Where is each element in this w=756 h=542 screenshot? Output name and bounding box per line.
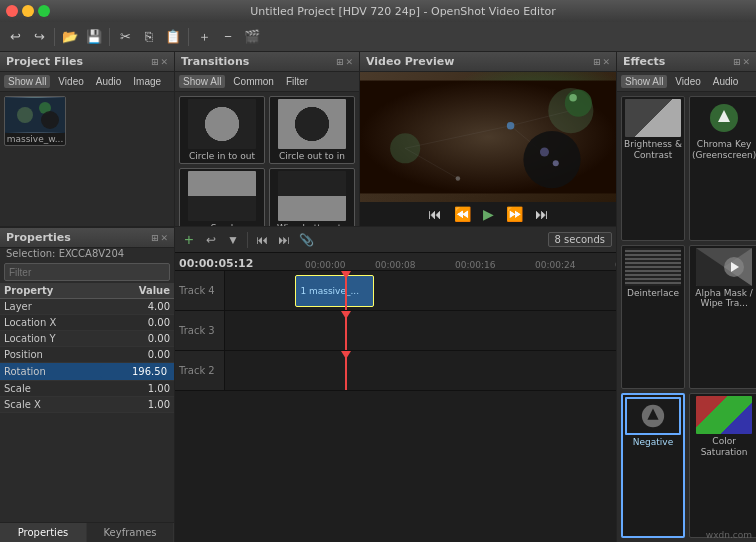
middle-column: Transitions ⊞ ✕ Show All Common Filter C… [175,52,616,542]
playhead-2 [345,351,347,390]
vc-play-btn[interactable]: ▶ [479,204,498,224]
tr-filter-all[interactable]: Show All [179,75,225,88]
window-controls[interactable] [6,5,50,17]
selection-label: Selection: EXCCA8V204 [0,248,174,261]
prop-value-layer: 4.00 [100,301,170,312]
pf-filter-image[interactable]: Image [129,75,165,88]
effects-icon-2[interactable]: ✕ [742,57,750,67]
project-files-icon-2[interactable]: ✕ [160,57,168,67]
eff-filter-audio[interactable]: Audio [709,75,743,88]
maximize-button[interactable] [38,5,50,17]
project-files-icon-1[interactable]: ⊞ [151,57,159,67]
pf-filter-all[interactable]: Show All [4,75,50,88]
tl-filter-btn[interactable]: ▼ [223,230,243,250]
eff-img-deinterlace [625,248,681,286]
main-toolbar: ↩ ↪ 📂 💾 ✂ ⎘ 📋 ＋ − 🎬 [0,22,756,52]
toolbar-copy[interactable]: ⎘ [138,26,160,48]
tr-filter-common[interactable]: Common [229,75,278,88]
track-label-4: Track 4 [175,271,225,310]
transition-wipe-bottom[interactable]: Wipe bottom to top [269,168,355,226]
project-files-grid: massive_w... [0,92,174,150]
effect-brightness[interactable]: Brightness & Contrast [621,96,685,241]
toolbar-render[interactable]: 🎬 [241,26,263,48]
vc-fwd-btn[interactable]: ⏩ [502,204,527,224]
eff-filter-video[interactable]: Video [671,75,704,88]
tl-add-track-btn[interactable]: + [179,230,199,250]
video-controls: ⏮ ⏪ ▶ ⏩ ⏭ [360,202,616,226]
vc-rewind-btn[interactable]: ⏪ [450,204,475,224]
track-content-2 [225,351,616,390]
vc-prev-btn[interactable]: ⏮ [424,204,446,224]
toolbar-sep-2 [109,28,110,46]
transitions-icon-2[interactable]: ✕ [345,57,353,67]
video-preview-icon-1[interactable]: ⊞ [593,57,601,67]
prop-row-scalex: Scale X 1.00 [0,397,174,413]
tl-end-btn[interactable]: ⏭ [274,230,294,250]
eff-filter-all[interactable]: Show All [621,75,667,88]
svg-point-1 [17,107,33,123]
file-thumb-massive[interactable]: massive_w... [4,96,66,146]
tl-start-btn[interactable]: ⏮ [252,230,272,250]
toolbar-add[interactable]: ＋ [193,26,215,48]
pf-filter-audio[interactable]: Audio [92,75,126,88]
effect-alphamask[interactable]: Alpha Mask / Wipe Tra... [689,245,756,390]
svg-point-17 [456,176,461,181]
tr-filter-filter[interactable]: Filter [282,75,312,88]
properties-filter-input[interactable] [4,263,170,281]
effects-icon-1[interactable]: ⊞ [733,57,741,67]
pf-filter-video[interactable]: Video [54,75,87,88]
properties-icons: ⊞ ✕ [151,233,168,243]
trans-label-circle-in: Circle in to out [189,151,255,161]
prop-tab-keyframes[interactable]: Keyframes [87,523,174,542]
toolbar-cut[interactable]: ✂ [114,26,136,48]
close-button[interactable] [6,5,18,17]
timeline-track-4: Track 4 1 massive_... [175,271,616,311]
track-2-label-text: Track 2 [179,365,215,376]
transition-circle-in[interactable]: Circle in to out [179,96,265,164]
effect-negative[interactable]: Negative [621,393,685,538]
toolbar-save[interactable]: 💾 [83,26,105,48]
properties-icon-2[interactable]: ✕ [160,233,168,243]
properties-title: Properties [6,231,151,244]
tl-snap-btn[interactable]: 📎 [296,230,316,250]
transitions-icon-1[interactable]: ⊞ [336,57,344,67]
prop-row-scale: Scale 1.00 [0,381,174,397]
eff-label-colorsat: Color Saturation [692,436,756,458]
prop-row-position: Position 0.00 [0,347,174,363]
effects-icons: ⊞ ✕ [733,57,750,67]
properties-header: Properties ⊞ ✕ [0,228,174,248]
transition-circle-out[interactable]: Circle out to in [269,96,355,164]
toolbar-open[interactable]: 📂 [59,26,81,48]
toolbar-remove[interactable]: − [217,26,239,48]
prop-value-rotation[interactable]: 196.50 [100,365,170,378]
minimize-button[interactable] [22,5,34,17]
prop-tab-properties[interactable]: Properties [0,523,87,542]
ruler-mark-3: 00:00:24 [535,260,575,270]
title-bar: Untitled Project [HDV 720 24p] - OpenSho… [0,0,756,22]
effect-chromakey[interactable]: Chroma Key (Greenscreen) [689,96,756,241]
tl-sep-1 [247,232,248,248]
properties-icon-1[interactable]: ⊞ [151,233,159,243]
vc-next-btn[interactable]: ⏭ [531,204,553,224]
trans-img-circle-in [188,99,256,149]
track-clip-massive[interactable]: 1 massive_... [295,275,373,307]
effect-colorsat[interactable]: Color Saturation [689,393,756,538]
toolbar-redo[interactable]: ↪ [28,26,50,48]
prop-row-rotation[interactable]: Rotation 196.50 [0,363,174,381]
effects-grid: Brightness & Contrast Chroma Key (Greens… [617,92,756,542]
timeline-timecode: 00:00:05:12 [179,257,253,270]
track-content-3 [225,311,616,350]
effect-deinterlace[interactable]: Deinterlace [621,245,685,390]
prop-value-scale: 1.00 [100,383,170,394]
toolbar-paste[interactable]: 📋 [162,26,184,48]
video-preview-panel: Video Preview ⊞ ✕ [360,52,616,226]
toolbar-undo[interactable]: ↩ [4,26,26,48]
tl-undo-btn[interactable]: ↩ [201,230,221,250]
video-preview-icon-2[interactable]: ✕ [602,57,610,67]
video-canvas-inner [360,72,616,202]
window-title: Untitled Project [HDV 720 24p] - OpenSho… [56,5,750,18]
trans-img-wipe-bottom [278,171,346,221]
transition-sand[interactable]: Sand [179,168,265,226]
timeline-toolbar: + ↩ ▼ ⏮ ⏭ 📎 8 seconds [175,227,616,253]
svg-point-12 [540,148,549,157]
